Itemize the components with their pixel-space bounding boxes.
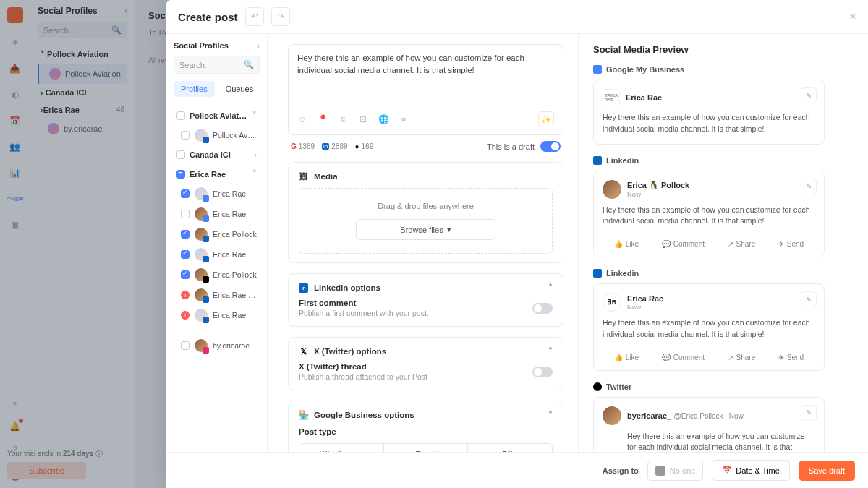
browse-files-button[interactable]: Browse files ▾ xyxy=(356,219,495,240)
send-action[interactable]: ✈ Send xyxy=(778,240,804,248)
like-action[interactable]: 👍 Like xyxy=(614,354,639,361)
gmb-logo: ERICARAE xyxy=(603,89,620,106)
profile-row[interactable]: Erica Pollock xyxy=(174,224,260,244)
undo-button[interactable]: ↶ xyxy=(245,7,264,26)
thread-label: X (Twitter) thread xyxy=(299,362,532,371)
warning-icon: ! xyxy=(181,291,190,299)
assign-label: Assign to xyxy=(603,466,639,475)
avatar xyxy=(603,180,621,199)
gmb-options-section: 🏪Google Business options˄ Post type What… xyxy=(288,401,563,452)
linkedin-net-icon xyxy=(593,269,602,278)
linkedin-icon: in xyxy=(299,283,308,293)
compose-text[interactable]: Hey there this an example of how you can… xyxy=(297,52,554,104)
collapse-profiles-icon[interactable]: ‹ xyxy=(257,41,260,50)
avatar: ƎR xyxy=(603,293,621,312)
count-linkedin: in2889 xyxy=(322,142,347,150)
profiles-heading: Social Profiles xyxy=(174,41,229,50)
tab-profiles[interactable]: Profiles xyxy=(174,81,215,97)
compose-box[interactable]: Hey there this an example of how you can… xyxy=(288,44,563,135)
edit-preview-icon[interactable]: ✎ xyxy=(801,405,817,421)
share-action[interactable]: ↗ Share xyxy=(728,240,756,248)
modal-footer: Assign to No one 📅 Date & Time Save draf… xyxy=(166,452,868,488)
gmb-net-icon xyxy=(593,65,602,74)
search-icon: 🔍 xyxy=(244,60,254,69)
profiles-column: Social Profiles‹ Search... 🔍 Profiles Qu… xyxy=(166,34,268,452)
group-pollock[interactable]: Pollock Aviation˅ xyxy=(174,106,260,125)
avatar xyxy=(603,406,621,425)
draft-label: This is a draft xyxy=(487,142,535,151)
first-comment-toggle[interactable] xyxy=(532,303,553,314)
group-erica[interactable]: Erica Rae˅ xyxy=(174,164,260,184)
modal-title: Create post xyxy=(178,11,238,23)
pt-tab-offer[interactable]: Offer xyxy=(468,444,552,452)
count-twitter: ●169 xyxy=(355,142,374,150)
assign-selector[interactable]: No one xyxy=(647,461,703,481)
edit-preview-icon[interactable]: ✎ xyxy=(801,291,817,307)
x-icon: 𝕏 xyxy=(299,347,308,356)
thread-toggle[interactable] xyxy=(532,367,553,377)
post-type-label: Post type xyxy=(299,427,553,436)
date-time-button[interactable]: 📅 Date & Time xyxy=(712,460,790,481)
create-post-modal: Create post ↶ ↷ — ✕ Social Profiles‹ Sea… xyxy=(166,0,868,488)
send-action[interactable]: ✈ Send xyxy=(778,354,804,361)
post-type-tabs: What's new Event Offer xyxy=(299,443,553,452)
globe-icon[interactable]: 🌐 xyxy=(378,114,388,124)
draft-toggle[interactable] xyxy=(540,141,561,152)
edit-preview-icon[interactable]: ✎ xyxy=(801,179,817,194)
warning-icon: ! xyxy=(181,311,190,320)
compose-column: Hey there this an example of how you can… xyxy=(268,34,579,452)
profile-row[interactable]: Erica Pollock xyxy=(174,265,260,285)
tab-queues[interactable]: Queues xyxy=(218,81,261,97)
media-icon[interactable]: ⊡ xyxy=(358,114,368,124)
edit-preview-icon[interactable]: ✎ xyxy=(801,87,817,103)
twitter-net-icon xyxy=(593,382,602,391)
save-draft-button[interactable]: Save draft xyxy=(799,461,855,481)
emoji-icon[interactable]: ☺ xyxy=(297,114,307,124)
location-icon[interactable]: 📍 xyxy=(318,114,328,124)
pt-tab-whatsnew[interactable]: What's new xyxy=(299,444,384,452)
profile-row[interactable]: Erica Rae xyxy=(174,184,260,204)
count-google: G1389 xyxy=(291,142,315,150)
ai-magic-button[interactable]: ✨ xyxy=(538,111,554,127)
preview-twitter-card: ✎ byericarae_ @Erica Pollock · Now Hey t… xyxy=(593,397,825,453)
media-dropzone[interactable]: Drag & drop files anywhere Browse files … xyxy=(299,188,553,254)
preview-heading: Social Media Preview xyxy=(593,44,825,55)
chevron-up-icon[interactable]: ˄ xyxy=(548,410,553,420)
minimize-icon[interactable]: — xyxy=(830,12,839,22)
preview-linkedin-card-2: ✎ ƎRErica RaeNow Hey there this an examp… xyxy=(593,283,825,371)
comment-action[interactable]: 💬 Comment xyxy=(662,240,705,248)
media-section: 🖼Media Drag & drop files anywhere Browse… xyxy=(288,162,563,263)
redo-button[interactable]: ↷ xyxy=(271,7,290,26)
media-icon: 🖼 xyxy=(299,171,308,181)
share-action[interactable]: ↗ Share xyxy=(728,354,756,361)
linkedin-options-section: inLinkedIn options˄ First comment Publis… xyxy=(288,273,563,327)
group-canada[interactable]: Canada ICI› xyxy=(174,145,260,164)
chevron-up-icon[interactable]: ˄ xyxy=(548,346,553,356)
pt-tab-event[interactable]: Event xyxy=(384,444,469,452)
profile-row[interactable]: !Erica Rae - Copywriter ... xyxy=(174,285,260,305)
profile-row-byericarae[interactable]: by.ericarae xyxy=(174,335,260,356)
link-icon[interactable]: ⚭ xyxy=(399,114,409,124)
like-action[interactable]: 👍 Like xyxy=(614,240,639,248)
gmb-icon: 🏪 xyxy=(299,411,308,420)
hashtag-icon[interactable]: # xyxy=(338,114,348,124)
comment-action[interactable]: 💬 Comment xyxy=(662,354,705,361)
chevron-up-icon[interactable]: ˄ xyxy=(548,283,553,293)
linkedin-net-icon xyxy=(593,156,602,165)
profile-row[interactable]: Pollock Aviation xyxy=(174,125,260,145)
preview-gmb-card: ✎ ERICARAEErica Rae Hey there this an ex… xyxy=(593,80,825,145)
profile-row[interactable]: !Erica Rae xyxy=(174,305,260,325)
profile-row[interactable]: Erica Rae xyxy=(174,244,260,265)
first-comment-label: First comment xyxy=(299,299,532,307)
checkbox[interactable] xyxy=(176,111,185,120)
profile-search[interactable]: Search... 🔍 xyxy=(174,56,260,74)
preview-column: Social Media Preview Google My Business … xyxy=(579,34,839,452)
twitter-options-section: 𝕏X (Twitter) options˄ X (Twitter) thread… xyxy=(288,337,563,390)
preview-linkedin-card-1: ✎ Erica 🐧 PollockNow Hey there this an e… xyxy=(593,171,825,258)
profile-row[interactable]: Erica Rae xyxy=(174,204,260,224)
close-icon[interactable]: ✕ xyxy=(849,12,856,22)
